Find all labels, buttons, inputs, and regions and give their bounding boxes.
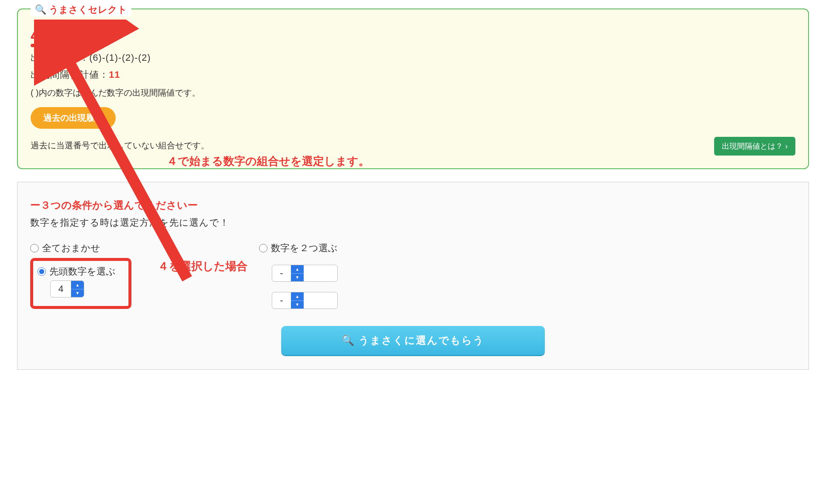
radio-first-label: 先頭数字を選ぶ [49, 265, 116, 278]
interval-note: ( )内の数字は選んだ数字の出現間隔値です。 [31, 87, 795, 99]
combo-note: 過去に当選番号で出現していない組合せです。 [31, 140, 795, 151]
select-button-label: うまさくに選んでもらう [359, 334, 484, 346]
select-button[interactable]: 🔍 うまさくに選んでもらう [281, 326, 545, 355]
interval-label: 出現間隔値： [31, 52, 89, 63]
highlight-box: 先頭数字を選ぶ 4 ▲▼ [30, 258, 131, 309]
radio-all[interactable]: 全ておまかせ [30, 242, 131, 255]
interval-sum-label: 出現間隔合計値： [31, 69, 109, 80]
conditions-title: ー３つの条件から選んでくださいー [30, 198, 796, 212]
radio-first[interactable]: 先頭数字を選ぶ [37, 265, 116, 278]
annotation-callout-1: ４で始まる数字の組合せを選定します。 [167, 154, 370, 169]
panel-legend: 🔍 うまさくセレクト [31, 3, 131, 16]
search-icon: 🔍 [342, 334, 359, 346]
panel-legend-text: うまさくセレクト [49, 3, 127, 16]
conditions-subtitle: 数字を指定する時は選定方法を先に選んで！ [30, 216, 796, 229]
two-digit-select-2[interactable]: - ▲▼ [272, 292, 338, 309]
interval-help-button[interactable]: 出現間隔値とは？ › [714, 137, 795, 156]
search-icon: 🔍 [35, 4, 46, 15]
interval-line: 出現間隔値：(6)-(1)-(2)-(2) [31, 51, 795, 64]
stepper-icon[interactable]: ▲▼ [71, 281, 84, 297]
radio-first-input[interactable] [37, 267, 46, 276]
radio-all-input[interactable] [30, 244, 39, 252]
radio-two-label: 数字を２つ選ぶ [271, 242, 338, 255]
radio-two-input[interactable] [259, 244, 268, 252]
interval-sum-line: 出現間隔合計値：11 [31, 68, 795, 81]
two-digit-value-2: - [272, 292, 291, 309]
two-digit-value-1: - [272, 265, 291, 281]
radio-two[interactable]: 数字を２つ選ぶ [259, 242, 338, 255]
stepper-icon[interactable]: ▲▼ [291, 265, 304, 281]
history-button[interactable]: 過去の出現履歴 [31, 107, 116, 129]
interval-sum-value: 11 [109, 69, 120, 80]
radio-all-label: 全ておまかせ [42, 242, 100, 255]
options-col-right: 数字を２つ選ぶ - ▲▼ - ▲▼ [259, 242, 338, 309]
interval-values: (6)-(1)-(2)-(2) [89, 52, 151, 63]
stepper-icon[interactable]: ▲▼ [291, 292, 304, 309]
select-result-panel: 🔍 うまさくセレクト 4-3-1-1 出現間隔値：(6)-(1)-(2)-(2)… [17, 8, 809, 169]
first-digit-select[interactable]: 4 ▲▼ [50, 280, 84, 297]
two-digit-select-1[interactable]: - ▲▼ [272, 265, 338, 282]
annotation-callout-2: ４を選択した場合 [158, 259, 248, 274]
conditions-panel: ー３つの条件から選んでくださいー 数字を指定する時は選定方法を先に選んで！ 全て… [17, 182, 809, 370]
options-col-left: 全ておまかせ 先頭数字を選ぶ 4 ▲▼ [30, 242, 131, 309]
options-row: 全ておまかせ 先頭数字を選ぶ 4 ▲▼ 数字を２つ選ぶ - ▲▼ [30, 242, 796, 309]
result-number: 4-3-1-1 [31, 26, 86, 45]
first-digit-value: 4 [51, 281, 71, 297]
